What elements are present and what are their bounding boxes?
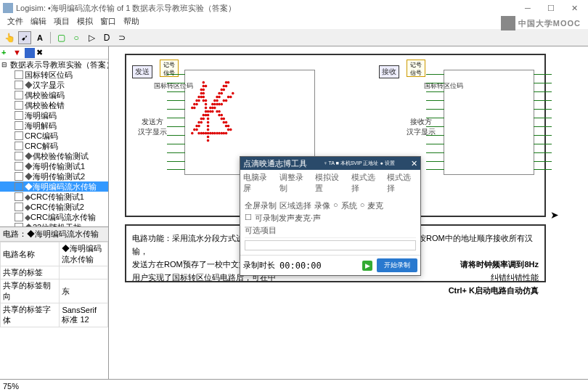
circuit-icon <box>15 213 23 221</box>
menu-edit[interactable]: 编辑 <box>28 16 49 29</box>
cursor-icon: ➤ <box>550 209 559 221</box>
expand-icon[interactable]: ⊟ <box>1 60 7 69</box>
tree-item[interactable]: 汉字显示 <box>0 80 108 90</box>
sender-label: 发送方 汉字显示 <box>138 117 167 137</box>
prop-val[interactable] <box>60 266 108 279</box>
prop-val[interactable]: ◆海明编码流水传输 <box>60 242 108 266</box>
prop-key: 电路名称 <box>1 242 60 266</box>
df-2[interactable]: 录像 <box>314 200 330 211</box>
mooc-logo-icon <box>501 16 515 30</box>
circuit-icon <box>15 70 23 79</box>
and-gate-tool[interactable]: D <box>100 31 113 44</box>
timer-value: 00:00:00 <box>279 261 322 271</box>
send-button[interactable]: 发送 <box>132 65 152 78</box>
matrix-wires-recv-left <box>426 70 444 174</box>
receiver-matrix <box>444 70 534 175</box>
matrix-wires-recv-right <box>534 70 552 174</box>
prop-key: 共享的标签 <box>1 266 60 279</box>
props-header: 电路：◆海明编码流水传输 <box>0 227 108 242</box>
circuit-icon <box>15 203 23 211</box>
tree-item[interactable]: 偶校验传输测试 <box>0 151 108 161</box>
tree-item[interactable]: 偶校验检错 <box>0 100 108 110</box>
circuit-icon <box>15 192 23 201</box>
tree-item[interactable]: CRC解码 <box>0 141 108 151</box>
timer-label: 录制时长 <box>243 260 275 271</box>
prop-val[interactable]: SansSerif 标准 12 <box>60 303 108 327</box>
start-record-button[interactable]: 开始录制 <box>377 258 417 272</box>
recv-button[interactable]: 接收 <box>379 65 399 78</box>
dtab-0[interactable]: 电脑录屏 <box>243 172 274 194</box>
text-tool[interactable]: A <box>33 31 46 44</box>
dtab-3[interactable]: 模式选择 <box>351 172 382 194</box>
menu-window[interactable]: 窗口 <box>97 16 119 29</box>
df-3[interactable]: 系统 <box>341 200 357 211</box>
circuit-icon <box>15 81 23 89</box>
circuit-icon <box>15 182 23 191</box>
prop-key: 共享的标签朝向 <box>1 279 60 303</box>
menu-bar: 文件 编辑 项目 模拟 窗口 帮助 <box>0 16 588 29</box>
tree-root[interactable]: ⊟ 数据表示导教班实验（答案） * <box>0 60 108 70</box>
dtab-4[interactable]: 模式选择 <box>387 172 417 194</box>
tree-item[interactable]: 海明传输测试1 <box>0 161 108 171</box>
tree-item[interactable]: CRC编码 <box>0 131 108 141</box>
poke-tool[interactable]: 👆 <box>3 31 16 44</box>
hanzi-hua-display: ● ●● ●● ●● ●● ●● ●● ●● ● ●●● ●● ●● ●● ●●… <box>191 76 309 168</box>
menu-file[interactable]: 文件 <box>4 16 26 29</box>
app-icon <box>3 3 13 13</box>
delete-icon[interactable]: ✖ <box>36 48 46 58</box>
close-button[interactable]: ✕ <box>563 1 585 15</box>
properties-panel: 电路：◆海明编码流水传输 电路名称◆海明编码流水传输共享的标签共享的标签朝向东共… <box>0 226 108 379</box>
tree-item[interactable]: CRC传输测试1 <box>0 192 108 202</box>
df-0[interactable]: 全屏录制 <box>245 200 277 211</box>
circuit-icon <box>15 152 23 160</box>
select-tool[interactable]: ➹ <box>18 31 31 44</box>
tree-item[interactable]: 海明编码 <box>0 110 108 121</box>
df-4[interactable]: 麦克 <box>367 200 383 211</box>
dialog-title: 点滴映通志博工具 <box>243 158 307 169</box>
prop-key: 共享的标签字体 <box>1 303 60 327</box>
chk-1[interactable]: 可录制发声麦克·声 <box>255 213 321 224</box>
tree-item[interactable]: 海明解码 <box>0 121 108 131</box>
window-title: Logisim: •海明编码流水传输 of 1 数据表示导教班实验（答案） <box>16 3 517 14</box>
tree-item[interactable]: 偶校验编码 <box>0 90 108 100</box>
add-circuit-icon[interactable]: + <box>1 48 12 58</box>
minimize-button[interactable]: ─ <box>517 1 539 15</box>
prop-val[interactable]: 东 <box>60 279 108 303</box>
df-1[interactable]: 区域选择 <box>279 200 311 211</box>
dtab-2[interactable]: 模拟设置 <box>315 172 346 194</box>
dtab-1[interactable]: 调整录制 <box>279 172 310 194</box>
maximize-button[interactable]: ☐ <box>540 1 562 15</box>
or-gate-tool[interactable]: ⊃ <box>115 31 128 44</box>
watermark: 中国大学MOOC <box>501 16 581 30</box>
circuit-icon <box>15 101 23 110</box>
circuit-icon <box>15 172 23 181</box>
tree-item[interactable]: CRC传输测试2 <box>0 202 108 212</box>
tree-item[interactable]: 海明编码流水传输 <box>0 181 108 192</box>
menu-project[interactable]: 项目 <box>51 16 73 29</box>
not-gate-tool[interactable]: ▷ <box>85 31 98 44</box>
tree-item[interactable]: CRC编码流水传输 <box>0 212 108 222</box>
tree-item[interactable]: 海明传输测试2 <box>0 171 108 181</box>
edit-layout-icon[interactable] <box>25 48 35 58</box>
palette-bar: + ▼ ✖ <box>0 46 108 60</box>
move-down-icon[interactable]: ▼ <box>13 48 23 58</box>
circuit-icon <box>15 131 23 140</box>
circuit-icon <box>15 162 23 171</box>
signal-box-recv: 记号 信号 <box>407 60 425 77</box>
screen-record-dialog[interactable]: 点滴映通志博工具 ♀ TA ■ 本机SVIP 正地址 ● 设置 ✕ 电脑录屏 调… <box>240 156 421 276</box>
path-input[interactable] <box>245 240 416 250</box>
record-indicator-icon[interactable]: ▶ <box>362 261 372 271</box>
circuit-icon <box>15 142 23 150</box>
output-pin-tool[interactable]: ○ <box>70 31 83 44</box>
menu-simulate[interactable]: 模拟 <box>74 16 96 29</box>
circuit-icon <box>15 111 23 120</box>
circuit-icon <box>15 91 23 99</box>
menu-help[interactable]: 帮助 <box>121 16 142 29</box>
tree-item[interactable]: 国标转区位码 <box>0 70 108 80</box>
dialog-close-icon[interactable]: ✕ <box>411 159 417 168</box>
dialog-title-right: ♀ TA ■ 本机SVIP 正地址 ● 设置 <box>323 160 394 167</box>
props-table[interactable]: 电路名称◆海明编码流水传输共享的标签共享的标签朝向东共享的标签字体SansSer… <box>0 242 108 327</box>
project-tree[interactable]: ⊟ 数据表示导教班实验（答案） * 国标转区位码汉字显示偶校验编码偶校验检错海明… <box>0 60 108 226</box>
input-pin-tool[interactable]: ▢ <box>54 31 68 44</box>
matrix-wires-left <box>167 70 185 174</box>
